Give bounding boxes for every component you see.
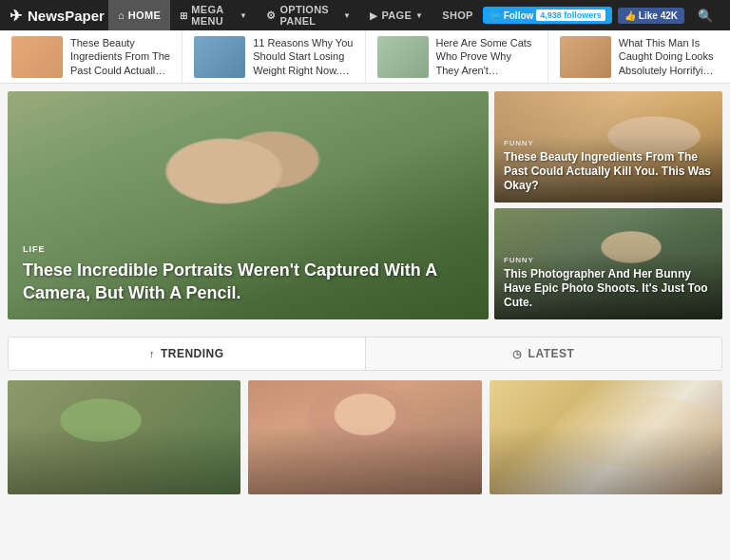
ticker-thumb-2 <box>194 36 245 78</box>
latest-tab[interactable]: ◷ LATEST <box>366 338 722 370</box>
follower-count: 4,938 followers <box>536 10 605 21</box>
side-card-2-label: FUNNY This Photographer And Her Bunny Ha… <box>494 248 722 319</box>
bottom-card-1[interactable] <box>8 380 240 494</box>
tabs-section: ↑ TRENDING ◷ LATEST <box>8 337 722 371</box>
side-card-1-label: FUNNY These Beauty Ingredients From The … <box>494 131 722 203</box>
hero-grid: LIFE These Incredible Portraits Weren't … <box>8 91 722 319</box>
home-icon: ⌂ <box>118 10 125 21</box>
caret-icon-2: ▼ <box>343 11 351 20</box>
side-card-1-category: FUNNY <box>504 139 713 147</box>
nav-options[interactable]: ⚙ OPTIONS PANEL ▼ <box>257 0 360 30</box>
ticker-thumb-4 <box>560 36 611 78</box>
hero-main-label: LIFE These Incredible Portraits Weren't … <box>8 231 489 319</box>
nav-social: 🐦 Follow 4,938 followers 👍 Like 42K 🔍 <box>483 7 720 24</box>
bottom-cards <box>0 371 730 502</box>
hero-side-card-1[interactable]: FUNNY These Beauty Ingredients From The … <box>494 91 722 203</box>
nav-items: ⌂ HOME ⊞ MEGA MENU ▼ ⚙ OPTIONS PANEL ▼ ▶… <box>108 0 483 30</box>
ticker-row: These Beauty Ingredients From The Past C… <box>0 30 730 84</box>
search-button[interactable]: 🔍 <box>690 9 720 23</box>
ticker-item-1[interactable]: These Beauty Ingredients From The Past C… <box>0 30 182 83</box>
ticker-thumb-3 <box>377 36 429 78</box>
ticker-text-2: 11 Reasons Why You Should Start Losing W… <box>253 36 353 77</box>
main-content: LIFE These Incredible Portraits Weren't … <box>0 84 730 327</box>
hero-main-card[interactable]: LIFE These Incredible Portraits Weren't … <box>8 91 489 319</box>
caret-icon-3: ▼ <box>415 11 423 20</box>
ticker-item-4[interactable]: What This Man Is Caught Doing Looks Abso… <box>548 30 730 83</box>
side-card-1-title: These Beauty Ingredients From The Past C… <box>504 150 713 193</box>
brand-name: NewsPaper <box>28 8 105 24</box>
navbar: ✈ NewsPaper ⌂ HOME ⊞ MEGA MENU ▼ ⚙ OPTIO… <box>0 0 730 30</box>
trending-icon: ↑ <box>149 348 155 359</box>
hero-category: LIFE <box>23 244 473 254</box>
ticker-text-3: Here Are Some Cats Who Prove Why They Ar… <box>436 36 536 77</box>
ticker-text-4: What This Man Is Caught Doing Looks Abso… <box>619 36 719 77</box>
gear-icon: ⚙ <box>266 10 276 22</box>
ticker-text-1: These Beauty Ingredients From The Past C… <box>70 36 170 77</box>
hero-side-card-2[interactable]: FUNNY This Photographer And Her Bunny Ha… <box>494 208 722 319</box>
page-icon: ▶ <box>370 10 377 21</box>
side-card-2-category: FUNNY <box>504 256 713 264</box>
ticker-thumb-1 <box>11 36 63 78</box>
bottom-card-3[interactable] <box>490 380 722 494</box>
grid-icon: ⊞ <box>180 10 187 21</box>
side-card-2-title: This Photographer And Her Bunny Have Epi… <box>504 267 713 310</box>
caret-icon: ▼ <box>240 11 247 20</box>
nav-shop[interactable]: SHOP <box>432 0 482 30</box>
hero-sidebar: FUNNY These Beauty Ingredients From The … <box>494 91 722 319</box>
nav-home[interactable]: ⌂ HOME <box>108 0 170 30</box>
bottom-card-2[interactable] <box>248 380 481 494</box>
thumbs-up-icon: 👍 <box>624 10 636 21</box>
brand-logo[interactable]: ✈ NewsPaper <box>10 7 105 25</box>
ticker-item-2[interactable]: 11 Reasons Why You Should Start Losing W… <box>182 30 365 83</box>
latest-icon: ◷ <box>512 348 523 360</box>
search-icon: 🔍 <box>698 9 713 23</box>
nav-mega-menu[interactable]: ⊞ MEGA MENU ▼ <box>170 0 257 30</box>
facebook-like-button[interactable]: 👍 Like 42K <box>618 8 684 24</box>
twitter-icon: 🐦 <box>490 10 501 21</box>
hero-title: These Incredible Portraits Weren't Captu… <box>23 260 473 304</box>
nav-page[interactable]: ▶ PAGE ▼ <box>360 0 432 30</box>
twitter-follow-button[interactable]: 🐦 Follow 4,938 followers <box>483 7 612 24</box>
ticker-item-3[interactable]: Here Are Some Cats Who Prove Why They Ar… <box>366 30 548 83</box>
trending-tab[interactable]: ↑ TRENDING <box>9 338 366 370</box>
plane-icon: ✈ <box>10 7 22 25</box>
